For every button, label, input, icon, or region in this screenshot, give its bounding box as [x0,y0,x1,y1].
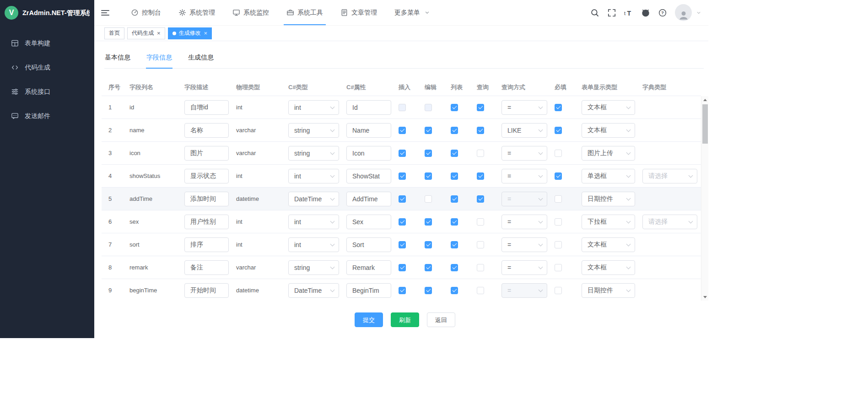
query-checkbox[interactable] [477,218,484,226]
list-checkbox[interactable] [451,241,458,248]
edit-checkbox[interactable] [425,241,432,248]
table-scrollbar[interactable] [701,96,708,301]
cs-property-input[interactable] [346,169,391,183]
required-checkbox[interactable] [555,172,562,180]
display-type-select[interactable]: 日期控件 [582,283,635,298]
edit-checkbox[interactable] [425,218,432,226]
field-description-input[interactable] [184,123,229,138]
dict-type-select[interactable]: 请选择 [642,169,697,183]
required-checkbox[interactable] [555,104,562,111]
required-checkbox[interactable] [555,264,562,271]
sidebar-item-form-build[interactable]: 表单构建 [0,31,94,55]
insert-checkbox[interactable] [399,264,406,271]
caret-down-icon[interactable] [696,10,701,16]
scrollbar-down-button[interactable] [701,293,708,301]
display-type-select[interactable]: 文本框 [582,237,635,252]
cs-type-select[interactable]: DateTime [288,283,339,298]
scrollbar-up-button[interactable] [701,96,708,103]
cs-property-input[interactable] [346,237,391,252]
list-checkbox[interactable] [451,287,458,294]
list-checkbox[interactable] [451,150,458,157]
insert-checkbox[interactable] [399,150,406,157]
query-checkbox[interactable] [477,195,484,203]
cs-property-input[interactable] [346,260,391,275]
topnav-item-system-manage[interactable]: 系统管理 [178,0,216,25]
refresh-button[interactable]: 刷新 [391,312,419,327]
cs-property-input[interactable] [346,283,391,298]
topnav-item-more-menu[interactable]: 更多菜单 [394,0,431,25]
cs-property-input[interactable] [346,192,391,206]
field-description-input[interactable] [184,237,229,252]
cs-type-select[interactable]: int [288,100,339,115]
query-mode-select[interactable]: = [501,146,547,161]
tag-gen-edit[interactable]: 生成修改× [168,27,212,39]
insert-checkbox[interactable] [399,127,406,134]
avatar[interactable] [675,4,692,21]
query-mode-select[interactable]: = [501,169,547,183]
list-checkbox[interactable] [451,127,458,134]
field-description-input[interactable] [184,100,229,115]
required-checkbox[interactable] [555,218,562,226]
edit-checkbox[interactable] [425,264,432,271]
insert-checkbox[interactable] [399,172,406,180]
dict-type-select[interactable]: 请选择 [642,215,697,229]
insert-checkbox[interactable] [399,218,406,226]
topnav-item-article-manage[interactable]: 文章管理 [340,0,378,25]
cs-type-select[interactable]: int [288,237,339,252]
query-mode-select[interactable]: = [501,260,547,275]
required-checkbox[interactable] [555,150,562,157]
sidebar-collapse-button[interactable] [101,8,111,18]
query-checkbox[interactable] [477,241,484,248]
query-checkbox[interactable] [477,264,484,271]
display-type-select[interactable]: 文本框 [582,100,635,115]
cs-type-select[interactable]: DateTime [288,192,339,206]
tag-home[interactable]: 首页 [104,27,124,39]
cs-type-select[interactable]: string [288,260,339,275]
fullscreen-icon[interactable] [607,8,616,17]
field-description-input[interactable] [184,260,229,275]
close-icon[interactable]: × [204,30,208,36]
tag-code-gen[interactable]: 代码生成× [127,27,165,39]
submit-button[interactable]: 提交 [355,312,383,327]
topnav-item-system-tools[interactable]: 系统工具 [286,0,324,25]
edit-checkbox[interactable] [425,287,432,294]
font-size-icon[interactable]: tT [624,8,633,17]
edit-checkbox[interactable] [425,195,432,203]
list-checkbox[interactable] [451,104,458,111]
cs-type-select[interactable]: int [288,169,339,183]
required-checkbox[interactable] [555,195,562,203]
display-type-select[interactable]: 文本框 [582,260,635,275]
field-description-input[interactable] [184,192,229,206]
sidebar-item-system-api[interactable]: 系统接口 [0,80,94,104]
back-button[interactable]: 返回 [427,312,455,327]
display-type-select[interactable]: 图片上传 [582,146,635,161]
query-mode-select[interactable]: = [501,215,547,229]
insert-checkbox[interactable] [399,195,406,203]
insert-checkbox[interactable] [399,241,406,248]
required-checkbox[interactable] [555,241,562,248]
field-description-input[interactable] [184,146,229,161]
insert-checkbox[interactable] [399,287,406,294]
tab-basic-info[interactable]: 基本信息 [104,52,131,68]
list-checkbox[interactable] [451,218,458,226]
query-checkbox[interactable] [477,150,484,157]
tab-field-info[interactable]: 字段信息 [146,52,173,68]
edit-checkbox[interactable] [425,172,432,180]
sidebar-item-code-gen[interactable]: 代码生成 [0,55,94,80]
search-icon[interactable] [590,8,599,17]
field-description-input[interactable] [184,169,229,183]
required-checkbox[interactable] [555,287,562,294]
help-icon[interactable]: ? [658,8,667,17]
display-type-select[interactable]: 文本框 [582,123,635,138]
field-description-input[interactable] [184,215,229,229]
query-checkbox[interactable] [477,172,484,180]
app-logo[interactable]: V ZrAdmin.NET-管理系统 [0,0,94,26]
edit-checkbox[interactable] [425,150,432,157]
scrollbar-thumb[interactable] [702,104,708,144]
cs-property-input[interactable] [346,123,391,138]
list-checkbox[interactable] [451,264,458,271]
cs-property-input[interactable] [346,146,391,161]
cs-property-input[interactable] [346,100,391,115]
cs-type-select[interactable]: string [288,146,339,161]
display-type-select[interactable]: 单选框 [582,169,635,183]
